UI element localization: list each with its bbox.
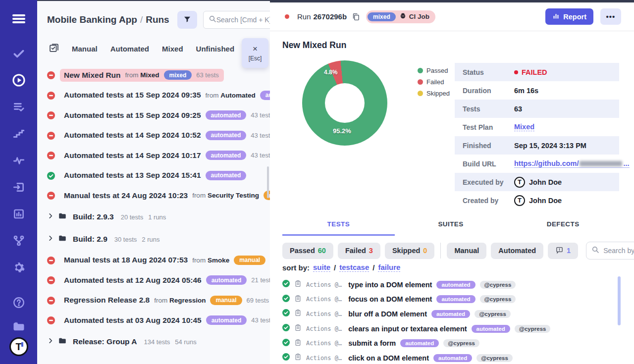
filter-failed-button[interactable]: Failed3	[338, 243, 380, 259]
test-tag[interactable]: @cypress	[480, 281, 516, 289]
tab-unfinished[interactable]: Unfinished	[196, 45, 235, 53]
test-suite-path[interactable]: Actions @…	[306, 325, 342, 332]
hamburger-menu-icon[interactable]	[8, 8, 30, 30]
run-row-selected[interactable]: New Mixed Run from Mixed mixed 63 tests	[47, 65, 270, 86]
filter-manual-button[interactable]: Manual	[447, 243, 486, 259]
chevron-right-icon[interactable]	[47, 212, 54, 221]
run-title: Automated tests at 14 Sep 2024 10:52	[64, 131, 201, 140]
tab-manual[interactable]: Manual	[72, 45, 98, 53]
analytics-icon[interactable]	[8, 203, 30, 225]
comments-filter-button[interactable]: 1	[548, 243, 578, 259]
run-row[interactable]: Manual tests at 18 Aug 2024 07:53 from S…	[47, 251, 270, 271]
runs-play-icon[interactable]	[8, 69, 30, 91]
test-row[interactable]: Actions @… submit a form automated @cypr…	[282, 336, 624, 351]
test-plans-icon[interactable]	[8, 96, 30, 118]
passed-count: 60	[318, 247, 326, 255]
test-tag[interactable]: @cypress	[515, 325, 551, 333]
test-name[interactable]: submit a form	[348, 339, 396, 347]
tab-mixed[interactable]: Mixed	[162, 45, 183, 53]
chevron-right-icon[interactable]	[47, 337, 54, 346]
chart-legend: Passed Failed Skipped	[418, 67, 450, 97]
run-group-row[interactable]: Release: Group A 134 tests54 runs	[47, 331, 270, 353]
run-row[interactable]: Automated tests at 13 Sep 2024 15:41 aut…	[47, 166, 270, 186]
sort-by-failure[interactable]: failure	[378, 263, 400, 272]
filter-passed-button[interactable]: Passed60	[282, 243, 333, 259]
legend-failed: Failed	[418, 78, 450, 86]
test-tag[interactable]: @cypress	[475, 310, 511, 318]
sort-by-suite[interactable]: suite	[313, 263, 330, 272]
run-row[interactable]: Regression Release 2.8 from Regression m…	[47, 291, 270, 311]
run-row[interactable]: Automated tests at 14 Sep 2024 10:52 aut…	[47, 126, 270, 146]
test-name[interactable]: click on a DOM element	[348, 354, 429, 362]
run-count: 43 tests	[251, 316, 270, 324]
test-badge: automated	[436, 295, 475, 303]
tests-scrollbar[interactable]	[618, 276, 621, 325]
run-group-row[interactable]: Build: 2.9.3 20 tests1 runs	[47, 206, 270, 228]
projects-folder-icon[interactable]	[8, 315, 30, 337]
run-row[interactable]: Automated tests at 12 Aug 2024 05:46 aut…	[47, 270, 270, 291]
funnel-icon	[183, 15, 191, 25]
legend-skipped: Skipped	[418, 90, 450, 97]
tab-suites[interactable]: SUITES	[395, 220, 507, 236]
test-tag[interactable]: @cypress	[480, 295, 516, 303]
tab-automated[interactable]: Automated	[110, 45, 149, 53]
filter-skipped-button[interactable]: Skipped0	[385, 243, 434, 259]
copy-run-id-button[interactable]	[352, 12, 360, 21]
filter-button[interactable]	[177, 11, 197, 29]
build-url-link[interactable]: https://github.com/...	[514, 159, 630, 168]
chevron-right-icon[interactable]	[47, 235, 54, 244]
detail-row-buildurl: Build URL https://github.com/...	[455, 155, 619, 173]
test-plan-link[interactable]: Mixed	[514, 123, 534, 131]
tab-defects[interactable]: DEFECTS	[507, 220, 619, 236]
test-name[interactable]: blur off a DOM element	[348, 310, 427, 318]
tab-tests[interactable]: TESTS	[282, 220, 395, 236]
legend-passed: Passed	[418, 67, 450, 74]
failed-count: 3	[369, 247, 373, 255]
runs-search-input[interactable]	[216, 16, 270, 24]
test-suite-path[interactable]: Actions @…	[306, 340, 342, 347]
sort-by-testcase[interactable]: testcase	[339, 263, 369, 272]
run-group-row[interactable]: Build: 2.9 30 tests2 runs	[47, 228, 270, 251]
test-row[interactable]: Actions @… clears an input or textarea e…	[282, 321, 624, 336]
test-suite-path[interactable]: Actions @…	[306, 355, 342, 362]
runs-scrollbar[interactable]	[267, 166, 269, 198]
detail-row-finished: Finished Sep 15, 2024 3:13 PM	[455, 136, 619, 155]
test-row[interactable]: Actions @… blur off a DOM element automa…	[282, 307, 624, 321]
test-row[interactable]: Actions @… focus on a DOM element automa…	[282, 292, 624, 307]
run-title: Regression Release 2.8	[64, 296, 150, 305]
test-name[interactable]: focus on a DOM element	[348, 295, 432, 303]
close-esc-button[interactable]: × [Esc]	[242, 38, 268, 68]
test-suite-path[interactable]: Actions @…	[306, 281, 342, 288]
test-suite-path[interactable]: Actions @…	[306, 296, 342, 303]
run-row[interactable]: Automated tests at 14 Sep 2024 10:17 aut…	[47, 146, 270, 166]
test-name[interactable]: clears an input or textarea element	[348, 325, 467, 333]
testcase-clipboard-icon	[294, 339, 302, 348]
test-tag[interactable]: @cypress	[443, 339, 479, 347]
ci-job-pill[interactable]: mixed CI Job	[366, 10, 435, 23]
run-row[interactable]: Manual tests at 24 Aug 2024 10:23 from S…	[47, 186, 270, 206]
test-row[interactable]: Actions @… click on a DOM element automa…	[282, 351, 624, 364]
select-runs-icon[interactable]	[49, 43, 59, 54]
report-button[interactable]: Report	[545, 8, 593, 25]
import-icon[interactable]	[8, 176, 30, 198]
test-name[interactable]: type into a DOM element	[348, 281, 432, 289]
test-search-input[interactable]	[603, 247, 634, 255]
testomat-logo[interactable]: T	[9, 337, 28, 356]
run-row[interactable]: Automated tests at 03 Aug 2024 10:45 aut…	[47, 311, 270, 331]
help-icon[interactable]	[8, 292, 30, 313]
run-row[interactable]: Automated tests at 15 Sep 2024 09:25 aut…	[47, 105, 270, 126]
more-actions-button[interactable]: •••	[600, 8, 621, 25]
tests-check-icon[interactable]	[8, 43, 30, 64]
test-tag[interactable]: @cypress	[476, 354, 513, 362]
steps-icon[interactable]	[8, 123, 30, 145]
branch-icon[interactable]	[8, 230, 30, 252]
close-icon: ×	[253, 45, 258, 53]
settings-gear-icon[interactable]	[8, 257, 30, 278]
test-row[interactable]: Actions @… type into a DOM element autom…	[282, 277, 624, 292]
run-row[interactable]: Automated tests at 15 Sep 2024 09:35 fro…	[47, 86, 270, 106]
filter-automated-button[interactable]: Automated	[491, 243, 543, 259]
test-suite-path[interactable]: Actions @…	[306, 311, 342, 317]
pulse-activity-icon[interactable]	[8, 150, 30, 171]
failed-status-icon	[47, 132, 55, 140]
breadcrumb-project[interactable]: Mobile Banking App	[47, 14, 137, 25]
